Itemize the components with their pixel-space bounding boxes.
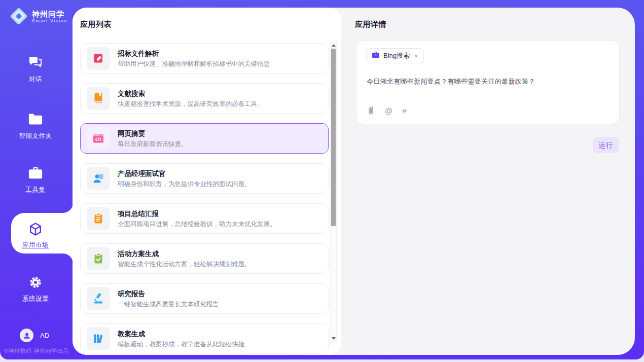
scroll-up-icon[interactable] (331, 42, 336, 48)
app-list: 招标文件解析 帮助用户快速、准确地理解和解析招标书中的关键信息 文献搜索 快速精… (80, 43, 329, 355)
copyright-text: ©神州数码·神州问学出品 (4, 347, 69, 355)
tool-chip-bing-search[interactable]: Bing搜索 × (366, 48, 424, 63)
app-detail-panel: 应用详情 Bing搜索 × 今日湖北有哪些新闻要点？有哪些需要关注的最新政策？ … (341, 8, 635, 355)
sidebar-item-label: 系统设置 (0, 295, 71, 303)
app-card-lesson-plan[interactable]: 教案生成 模板驱动，教案秒成，教学准备从此轻松快捷 (80, 323, 329, 354)
app-card-description: 模板驱动，教案秒成，教学准备从此轻松快捷 (118, 340, 244, 348)
sidebar-item-toolset[interactable]: 工具集 (0, 166, 71, 194)
app-card-project-summary[interactable]: 项目总结汇报 全面回顾项目进展，总结经验教训，助力未来优化发展。 (80, 203, 329, 234)
app-card-description: 智能生成个性化活动方案，轻松解决规划难题。 (118, 260, 251, 268)
sidebar-item-label: 应用市场 (0, 241, 71, 249)
app-card-web-summary[interactable]: 网页摘要 每日政府新闻资讯快查。 (80, 123, 329, 154)
sidebar-item-chat[interactable]: 对话 (0, 56, 71, 84)
prompt-card: Bing搜索 × 今日湖北有哪些新闻要点？有哪些需要关注的最新政策？ @ # (356, 41, 620, 124)
run-button[interactable]: 运行 (593, 137, 619, 153)
prompt-input[interactable]: 今日湖北有哪些新闻要点？有哪些需要关注的最新政策？ (367, 77, 609, 86)
mention-icon[interactable]: @ (385, 107, 392, 115)
chat-icon (28, 56, 43, 71)
app-detail-title: 应用详情 (355, 20, 386, 29)
briefcase-icon (372, 51, 380, 60)
app-card-title: 研究报告 (118, 289, 219, 298)
sidebar-item-label: 工具集 (0, 186, 71, 194)
app-card-description: 明确身份和职责，为您提供专业性的面试问题。 (118, 180, 251, 188)
cube-icon (28, 222, 43, 237)
app-card-title: 招标文件解析 (118, 49, 270, 58)
app-window: 神州问学 Smart Vision 对话 智能文件夹 工具集 应用市场 系统设置… (0, 0, 644, 359)
input-toolbar: @ # (367, 106, 407, 116)
sidebar-item-smart-folder[interactable]: 智能文件夹 (0, 113, 71, 140)
tool-chip-label: Bing搜索 (383, 51, 410, 60)
app-card-pm-interviewer[interactable]: 产品经理面试官 明确身份和职责，为您提供专业性的面试问题。 (80, 163, 329, 194)
app-card-description: 快速精准查找学术资源，提高研究效率的必备工具。 (118, 100, 264, 108)
sidebar-item-app-market[interactable]: 应用市场 (0, 222, 71, 249)
clipboard-icon (87, 207, 110, 230)
gear-icon (28, 275, 43, 291)
app-card-literature-search[interactable]: 文献搜索 快速精准查找学术资源，提高研究效率的必备工具。 (80, 83, 329, 114)
app-card-title: 产品经理面试官 (118, 169, 251, 178)
app-card-title: 教案生成 (118, 330, 244, 338)
browser-icon (87, 127, 110, 150)
clipboard-check-icon (87, 247, 110, 270)
app-card-activity-plan[interactable]: 活动方案生成 智能生成个性化活动方案，轻松解决规划难题。 (80, 243, 329, 274)
app-card-title: 文献搜索 (118, 89, 264, 98)
app-list-title: 应用列表 (80, 20, 112, 29)
paperclip-icon[interactable] (367, 106, 375, 116)
sidebar-item-label: 对话 (0, 75, 71, 84)
person-doc-icon (87, 167, 110, 190)
app-card-bid-analysis[interactable]: 招标文件解析 帮助用户快速、准确地理解和解析招标书中的关键信息 (80, 43, 329, 74)
app-card-research-report[interactable]: 研究报告 一键智能生成高质量长文本研究报告 (80, 283, 329, 314)
folder-icon (28, 113, 43, 128)
scrollbar[interactable] (330, 42, 337, 342)
book-icon (87, 87, 110, 110)
app-card-description: 全面回顾项目进展，总结经验教训，助力未来优化发展。 (118, 220, 276, 228)
app-card-title: 项目总结汇报 (118, 209, 276, 218)
books-icon (87, 327, 110, 350)
app-card-description: 一键智能生成高质量长文本研究报告 (118, 300, 219, 308)
sidebar-item-label: 智能文件夹 (0, 132, 71, 140)
app-card-description: 帮助用户快速、准确地理解和解析招标书中的关键信息 (118, 60, 270, 68)
avatar (20, 329, 33, 342)
scroll-down-icon[interactable] (331, 335, 336, 341)
briefcase-icon (28, 166, 43, 182)
sidebar-item-system-settings[interactable]: 系统设置 (0, 275, 71, 303)
pen-square-icon (87, 47, 110, 70)
app-list-panel: 应用列表 招标文件解析 帮助用户快速、准确地理解和解析招标书中的关键信息 文献搜… (73, 8, 341, 355)
content-area: 应用列表 招标文件解析 帮助用户快速、准确地理解和解析招标书中的关键信息 文献搜… (73, 8, 635, 355)
app-card-description: 每日政府新闻资讯快查。 (118, 140, 188, 148)
scrollbar-thumb[interactable] (331, 49, 336, 226)
sidebar: 神州问学 Smart Vision 对话 智能文件夹 工具集 应用市场 系统设置… (0, 0, 73, 359)
hash-icon[interactable]: # (402, 107, 406, 115)
sidebar-nav: 对话 智能文件夹 工具集 应用市场 系统设置 (0, 0, 73, 359)
app-card-title: 活动方案生成 (118, 249, 251, 258)
microscope-icon (87, 287, 110, 310)
app-card-title: 网页摘要 (118, 129, 188, 138)
close-icon[interactable]: × (414, 53, 418, 59)
user-account[interactable]: AD (20, 329, 49, 342)
user-name: AD (40, 332, 49, 339)
